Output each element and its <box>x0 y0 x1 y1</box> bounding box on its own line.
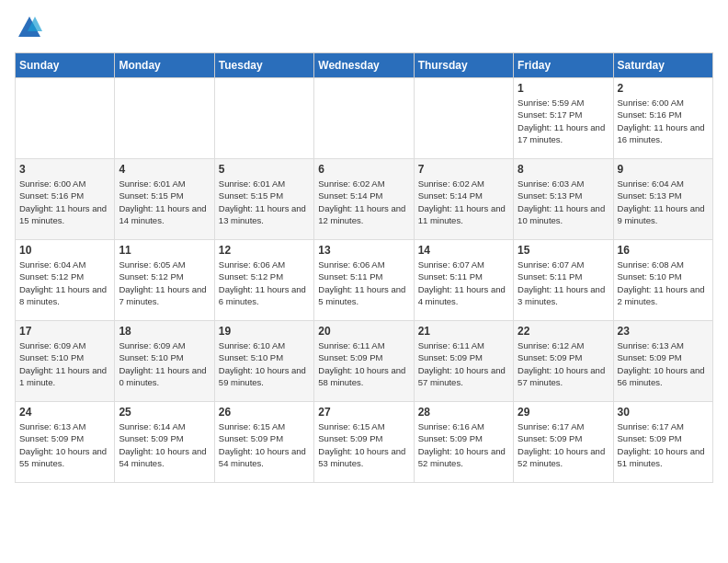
calendar-cell: 13Sunrise: 6:06 AM Sunset: 5:11 PM Dayli… <box>314 240 414 321</box>
calendar-cell <box>314 78 414 159</box>
day-number: 23 <box>618 325 709 338</box>
day-number: 20 <box>318 325 409 338</box>
day-number: 2 <box>618 82 709 95</box>
calendar-week-row: 24Sunrise: 6:13 AM Sunset: 5:09 PM Dayli… <box>16 402 713 483</box>
day-info: Sunrise: 6:07 AM Sunset: 5:11 PM Dayligh… <box>518 259 609 307</box>
day-info: Sunrise: 6:10 AM Sunset: 5:10 PM Dayligh… <box>219 339 310 388</box>
day-info: Sunrise: 6:04 AM Sunset: 5:12 PM Dayligh… <box>19 259 110 307</box>
day-info: Sunrise: 6:15 AM Sunset: 5:09 PM Dayligh… <box>219 420 310 469</box>
day-number: 5 <box>219 163 310 176</box>
day-info: Sunrise: 6:12 AM Sunset: 5:09 PM Dayligh… <box>518 339 609 388</box>
day-number: 25 <box>119 406 210 419</box>
calendar-cell: 10Sunrise: 6:04 AM Sunset: 5:12 PM Dayli… <box>16 240 115 321</box>
weekday-header-tuesday: Tuesday <box>214 53 313 78</box>
day-number: 11 <box>119 244 210 257</box>
calendar-cell: 26Sunrise: 6:15 AM Sunset: 5:09 PM Dayli… <box>214 402 313 483</box>
day-info: Sunrise: 6:04 AM Sunset: 5:13 PM Dayligh… <box>618 178 709 226</box>
day-info: Sunrise: 6:11 AM Sunset: 5:09 PM Dayligh… <box>318 339 409 388</box>
day-number: 14 <box>418 244 509 257</box>
day-number: 7 <box>418 163 509 176</box>
day-info: Sunrise: 6:17 AM Sunset: 5:09 PM Dayligh… <box>518 420 609 469</box>
day-info: Sunrise: 6:16 AM Sunset: 5:09 PM Dayligh… <box>418 420 509 469</box>
calendar-table: SundayMondayTuesdayWednesdayThursdayFrid… <box>15 52 713 483</box>
page-header <box>15 15 713 45</box>
day-info: Sunrise: 5:59 AM Sunset: 5:17 PM Dayligh… <box>518 97 609 145</box>
day-info: Sunrise: 6:17 AM Sunset: 5:09 PM Dayligh… <box>618 420 709 469</box>
weekday-header-wednesday: Wednesday <box>314 53 414 78</box>
day-number: 26 <box>219 406 310 419</box>
calendar-cell: 24Sunrise: 6:13 AM Sunset: 5:09 PM Dayli… <box>16 402 115 483</box>
weekday-header-friday: Friday <box>514 53 613 78</box>
day-number: 15 <box>518 244 609 257</box>
calendar-cell: 30Sunrise: 6:17 AM Sunset: 5:09 PM Dayli… <box>613 402 712 483</box>
weekday-header-thursday: Thursday <box>414 53 513 78</box>
day-number: 24 <box>19 406 110 419</box>
day-number: 22 <box>518 325 609 338</box>
day-number: 13 <box>318 244 409 257</box>
day-number: 16 <box>618 244 709 257</box>
day-info: Sunrise: 6:00 AM Sunset: 5:16 PM Dayligh… <box>618 97 709 145</box>
day-info: Sunrise: 6:01 AM Sunset: 5:15 PM Dayligh… <box>119 178 210 226</box>
day-info: Sunrise: 6:03 AM Sunset: 5:13 PM Dayligh… <box>518 178 609 226</box>
day-number: 28 <box>418 406 509 419</box>
day-number: 12 <box>219 244 310 257</box>
day-number: 27 <box>318 406 409 419</box>
calendar-cell: 29Sunrise: 6:17 AM Sunset: 5:09 PM Dayli… <box>514 402 613 483</box>
day-number: 21 <box>418 325 509 338</box>
day-info: Sunrise: 6:06 AM Sunset: 5:12 PM Dayligh… <box>219 259 310 307</box>
calendar-cell: 7Sunrise: 6:02 AM Sunset: 5:14 PM Daylig… <box>414 159 513 240</box>
weekday-header-saturday: Saturday <box>613 53 712 78</box>
calendar-cell <box>16 78 115 159</box>
calendar-cell: 17Sunrise: 6:09 AM Sunset: 5:10 PM Dayli… <box>16 321 115 402</box>
calendar-body: 1Sunrise: 5:59 AM Sunset: 5:17 PM Daylig… <box>16 78 713 483</box>
calendar-cell <box>115 78 214 159</box>
logo-icon <box>17 15 42 40</box>
day-info: Sunrise: 6:15 AM Sunset: 5:09 PM Dayligh… <box>318 420 409 469</box>
weekday-header-monday: Monday <box>115 53 214 78</box>
calendar-cell: 23Sunrise: 6:13 AM Sunset: 5:09 PM Dayli… <box>613 321 712 402</box>
logo <box>15 15 42 45</box>
calendar-cell: 11Sunrise: 6:05 AM Sunset: 5:12 PM Dayli… <box>115 240 214 321</box>
calendar-cell <box>414 78 513 159</box>
day-number: 19 <box>219 325 310 338</box>
calendar-cell: 1Sunrise: 5:59 AM Sunset: 5:17 PM Daylig… <box>514 78 613 159</box>
day-number: 18 <box>119 325 210 338</box>
day-number: 1 <box>518 82 609 95</box>
calendar-cell: 15Sunrise: 6:07 AM Sunset: 5:11 PM Dayli… <box>514 240 613 321</box>
day-number: 30 <box>618 406 709 419</box>
calendar-week-row: 17Sunrise: 6:09 AM Sunset: 5:10 PM Dayli… <box>16 321 713 402</box>
day-info: Sunrise: 6:14 AM Sunset: 5:09 PM Dayligh… <box>119 420 210 469</box>
calendar-cell: 20Sunrise: 6:11 AM Sunset: 5:09 PM Dayli… <box>314 321 414 402</box>
calendar-week-row: 3Sunrise: 6:00 AM Sunset: 5:16 PM Daylig… <box>16 159 713 240</box>
calendar-cell: 9Sunrise: 6:04 AM Sunset: 5:13 PM Daylig… <box>613 159 712 240</box>
calendar-week-row: 1Sunrise: 5:59 AM Sunset: 5:17 PM Daylig… <box>16 78 713 159</box>
day-info: Sunrise: 6:01 AM Sunset: 5:15 PM Dayligh… <box>219 178 310 226</box>
day-info: Sunrise: 6:13 AM Sunset: 5:09 PM Dayligh… <box>618 339 709 388</box>
calendar-cell: 16Sunrise: 6:08 AM Sunset: 5:10 PM Dayli… <box>613 240 712 321</box>
calendar-cell: 3Sunrise: 6:00 AM Sunset: 5:16 PM Daylig… <box>16 159 115 240</box>
calendar-cell: 19Sunrise: 6:10 AM Sunset: 5:10 PM Dayli… <box>214 321 313 402</box>
day-number: 8 <box>518 163 609 176</box>
day-number: 10 <box>19 244 110 257</box>
day-info: Sunrise: 6:06 AM Sunset: 5:11 PM Dayligh… <box>318 259 409 307</box>
day-number: 4 <box>119 163 210 176</box>
day-number: 29 <box>518 406 609 419</box>
day-number: 6 <box>318 163 409 176</box>
day-info: Sunrise: 6:05 AM Sunset: 5:12 PM Dayligh… <box>119 259 210 307</box>
day-info: Sunrise: 6:07 AM Sunset: 5:11 PM Dayligh… <box>418 259 509 307</box>
calendar-cell <box>214 78 313 159</box>
day-info: Sunrise: 6:02 AM Sunset: 5:14 PM Dayligh… <box>318 178 409 226</box>
calendar-cell: 22Sunrise: 6:12 AM Sunset: 5:09 PM Dayli… <box>514 321 613 402</box>
day-number: 9 <box>618 163 709 176</box>
day-number: 17 <box>19 325 110 338</box>
weekday-header-sunday: Sunday <box>16 53 115 78</box>
calendar-cell: 8Sunrise: 6:03 AM Sunset: 5:13 PM Daylig… <box>514 159 613 240</box>
calendar-cell: 12Sunrise: 6:06 AM Sunset: 5:12 PM Dayli… <box>214 240 313 321</box>
calendar-cell: 14Sunrise: 6:07 AM Sunset: 5:11 PM Dayli… <box>414 240 513 321</box>
calendar-cell: 6Sunrise: 6:02 AM Sunset: 5:14 PM Daylig… <box>314 159 414 240</box>
weekday-header-row: SundayMondayTuesdayWednesdayThursdayFrid… <box>16 53 713 78</box>
day-number: 3 <box>19 163 110 176</box>
calendar-cell: 27Sunrise: 6:15 AM Sunset: 5:09 PM Dayli… <box>314 402 414 483</box>
calendar-cell: 28Sunrise: 6:16 AM Sunset: 5:09 PM Dayli… <box>414 402 513 483</box>
day-info: Sunrise: 6:11 AM Sunset: 5:09 PM Dayligh… <box>418 339 509 388</box>
